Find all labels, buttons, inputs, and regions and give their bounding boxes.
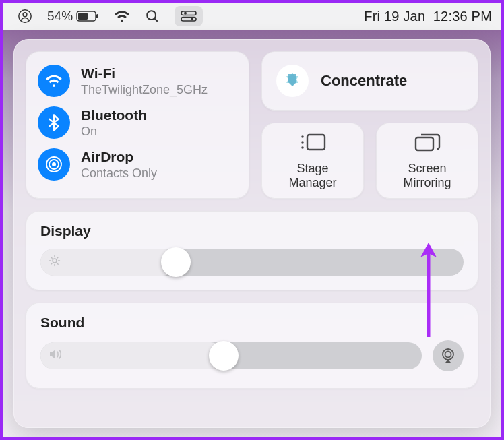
bluetooth-toggle[interactable]: Bluetooth On [38,106,237,139]
svg-rect-18 [416,137,433,150]
control-center-button[interactable] [175,6,203,26]
top-row: Wi-Fi TheTwilightZone_5GHz Bluetooth On [26,51,478,199]
battery-status[interactable]: 54% [47,9,99,24]
svg-rect-7 [181,11,196,15]
focus-button[interactable]: Concentrate [261,51,478,111]
user-icon[interactable] [18,9,32,24]
sound-volume-slider[interactable] [40,342,422,369]
airplay-audio-button[interactable] [433,340,464,371]
focus-label: Concentrate [321,72,407,90]
svg-line-26 [51,263,52,264]
svg-rect-14 [307,135,325,150]
bluetooth-title: Bluetooth [81,107,147,123]
menu-bar-clock[interactable]: Fri 19 Jan 12:36 PM [364,9,492,24]
stage-manager-button[interactable]: StageManager [261,123,364,199]
display-brightness-slider[interactable] [40,249,464,276]
svg-point-5 [147,11,156,20]
svg-point-19 [53,259,57,263]
wifi-title: Wi-Fi [81,65,208,82]
airdrop-subtitle: Contacts Only [81,166,157,181]
sound-title: Sound [40,315,464,331]
svg-line-6 [154,18,158,22]
wifi-toggle[interactable]: Wi-Fi TheTwilightZone_5GHz [38,65,237,97]
screen-mirroring-icon [414,132,441,155]
connectivity-card: Wi-Fi TheTwilightZone_5GHz Bluetooth On [26,51,249,199]
svg-point-28 [443,349,453,360]
airdrop-title: AirDrop [81,149,157,165]
date-label: Fri 19 Jan [364,9,425,24]
menu-bar: 54% Fri 19 Jan 12:36 PM [3,3,501,30]
focus-icon [276,65,309,97]
time-label: 12:36 PM [433,9,492,24]
bluetooth-subtitle: On [81,125,147,139]
svg-rect-9 [181,18,196,22]
airdrop-toggle[interactable]: AirDrop Contacts Only [38,148,237,181]
control-center-panel: Wi-Fi TheTwilightZone_5GHz Bluetooth On [13,39,491,428]
svg-line-24 [51,257,52,258]
screen-mirroring-button[interactable]: ScreenMirroring [376,123,478,199]
svg-point-11 [52,162,56,166]
svg-point-8 [184,12,187,15]
bluetooth-on-icon [38,106,70,139]
battery-percent-label: 54% [47,9,73,24]
svg-point-15 [301,135,304,138]
sound-card: Sound [26,303,478,389]
airdrop-on-icon [38,148,70,181]
svg-point-10 [191,18,193,20]
wifi-icon[interactable] [114,10,130,22]
wifi-subtitle: TheTwilightZone_5GHz [81,83,208,97]
slider-thumb[interactable] [161,247,191,277]
display-card: Display [26,211,478,290]
svg-point-16 [301,141,304,144]
svg-rect-3 [78,13,88,20]
svg-rect-4 [96,14,98,18]
volume-icon [49,348,63,363]
stage-manager-icon [299,132,326,155]
svg-line-27 [57,257,58,258]
svg-point-29 [445,352,451,358]
wifi-on-icon [38,65,70,97]
brightness-low-icon [49,255,61,270]
search-icon[interactable] [145,9,160,24]
svg-point-17 [301,146,304,149]
svg-line-25 [57,263,58,264]
svg-point-1 [23,13,27,17]
display-title: Display [40,223,464,239]
slider-thumb[interactable] [209,341,239,371]
